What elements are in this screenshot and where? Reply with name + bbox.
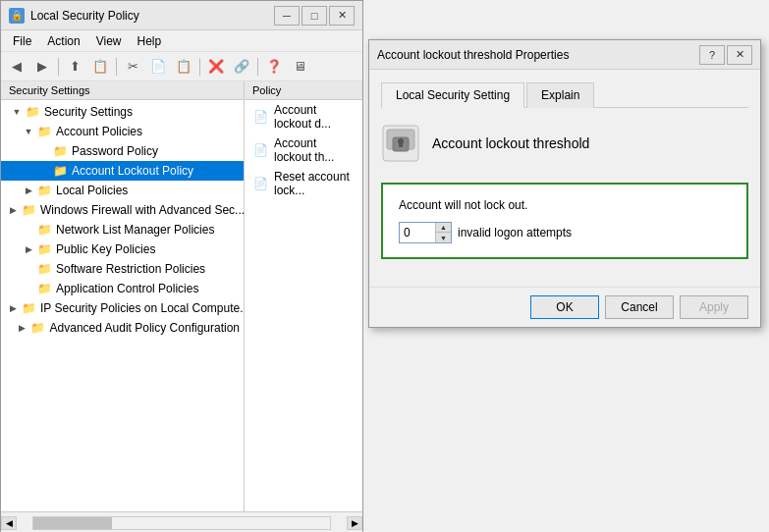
menu-bar: File Action View Help [1, 30, 362, 52]
tree-label-ip-security: IP Security Policies on Local Compute... [40, 301, 244, 315]
apply-button[interactable]: Apply [680, 295, 748, 319]
toolbar-help[interactable]: ❓ [262, 56, 286, 78]
tree-label-advanced-audit: Advanced Audit Policy Configuration [50, 321, 240, 335]
dialog-help-button[interactable]: ? [699, 45, 725, 65]
tree-header: Security Settings [1, 81, 244, 100]
folder-icon-local: 📁 [36, 183, 52, 198]
menu-view[interactable]: View [88, 32, 130, 50]
expand-icon-password [36, 143, 52, 159]
policy-item-reset[interactable]: 📄 Reset account lock... [245, 167, 362, 200]
title-bar-controls: ─ □ ✕ [274, 6, 355, 26]
toolbar-forward[interactable]: ▶ [30, 56, 54, 78]
minimize-button[interactable]: ─ [274, 6, 300, 26]
tree-label-account-policies: Account Policies [56, 125, 142, 138]
tree-item-network-list[interactable]: 📁 Network List Manager Policies [1, 220, 244, 239]
lockout-value-input[interactable] [400, 223, 435, 242]
ok-button[interactable]: OK [530, 295, 599, 319]
main-window: 🔒 Local Security Policy ─ □ ✕ File Actio… [0, 0, 363, 532]
tree-label-public-key: Public Key Policies [56, 242, 155, 256]
tree-label-software-restriction: Software Restriction Policies [56, 262, 205, 276]
folder-icon-account-policies: 📁 [36, 124, 52, 139]
menu-action[interactable]: Action [39, 32, 87, 50]
tree-item-software-restriction[interactable]: 📁 Software Restriction Policies [1, 259, 244, 279]
toolbar-up[interactable]: ⬆ [63, 56, 86, 78]
app-icon: 🔒 [9, 8, 25, 24]
toolbar-delete[interactable]: ❌ [204, 56, 228, 78]
policy-label-reset: Reset account lock... [274, 170, 355, 197]
folder-icon-password: 📁 [52, 143, 68, 159]
maximize-button[interactable]: □ [302, 6, 327, 26]
toolbar-copy[interactable]: 📄 [146, 56, 170, 78]
tree-item-account-policies[interactable]: ▼ 📁 Account Policies [1, 122, 244, 141]
folder-icon-security: 📁 [25, 104, 40, 120]
tree-item-local-policies[interactable]: ▶ 📁 Local Policies [1, 181, 244, 200]
spin-down-button[interactable]: ▼ [435, 233, 451, 242]
dialog-footer: OK Cancel Apply [369, 287, 760, 327]
policy-item-threshold[interactable]: 📄 Account lockout th... [245, 133, 362, 167]
toolbar-sep-4 [257, 58, 258, 76]
tree-content[interactable]: ▼ 📁 Security Settings ▼ 📁 Account Polici… [1, 100, 244, 511]
policy-header-area: Account lockout threshold [381, 120, 748, 167]
tree-item-password-policy[interactable]: 📁 Password Policy [1, 141, 244, 161]
scroll-thumb [33, 517, 112, 529]
scroll-right-button[interactable]: ▶ [347, 516, 362, 530]
expand-icon-firewall: ▶ [5, 202, 21, 218]
toolbar-export[interactable]: 🖥 [288, 56, 311, 78]
spin-control: ▲ ▼ [399, 222, 452, 243]
expand-icon-lockout [36, 163, 52, 179]
tree-label-password-policy: Password Policy [72, 144, 158, 158]
expand-icon-account-policies: ▼ [21, 124, 36, 139]
toolbar-show-hide[interactable]: 📋 [88, 56, 112, 78]
policy-icon-threshold: 📄 [252, 142, 268, 158]
tab-local-security-setting[interactable]: Local Security Setting [381, 82, 524, 108]
expand-icon-network [21, 222, 36, 238]
tree-item-account-lockout-policy[interactable]: 📁 Account Lockout Policy [1, 161, 244, 181]
policy-dialog-title: Account lockout threshold [432, 135, 589, 151]
tree-label-security-settings: Security Settings [44, 105, 133, 119]
tree-item-security-settings[interactable]: ▼ 📁 Security Settings [1, 102, 244, 122]
dialog-close-button[interactable]: ✕ [727, 45, 752, 65]
folder-icon-network: 📁 [36, 222, 52, 238]
dialog-title-bar: Account lockout threshold Properties ? ✕ [369, 40, 760, 70]
policy-content[interactable]: 📄 Account lockout d... 📄 Account lockout… [245, 100, 362, 511]
folder-icon-firewall: 📁 [21, 202, 36, 218]
cancel-button[interactable]: Cancel [605, 295, 674, 319]
tab-explain[interactable]: Explain [526, 82, 594, 108]
toolbar-paste[interactable]: 📋 [172, 56, 195, 78]
dialog-title-text: Account lockout threshold Properties [377, 48, 699, 62]
close-button[interactable]: ✕ [329, 6, 355, 26]
tree-item-application-control[interactable]: 📁 Application Control Policies [1, 279, 244, 298]
dialog-window: Account lockout threshold Properties ? ✕… [368, 39, 761, 328]
menu-file[interactable]: File [5, 32, 39, 50]
toolbar-sep-3 [199, 58, 200, 76]
scroll-left-button[interactable]: ◀ [1, 516, 17, 530]
toolbar: ◀ ▶ ⬆ 📋 ✂ 📄 📋 ❌ 🔗 ❓ 🖥 [1, 52, 362, 81]
menu-help[interactable]: Help [130, 32, 170, 50]
toolbar-properties[interactable]: 🔗 [230, 56, 253, 78]
tree-pane: Security Settings ▼ 📁 Security Settings … [1, 81, 245, 511]
content-area: Security Settings ▼ 📁 Security Settings … [1, 81, 362, 511]
lockout-input-row: ▲ ▼ invalid logon attempts [399, 222, 731, 243]
lockout-settings-box: Account will not lock out. ▲ ▼ invalid l… [381, 183, 748, 259]
horizontal-scrollbar[interactable] [32, 516, 331, 530]
tree-item-windows-firewall[interactable]: ▶ 📁 Windows Firewall with Advanced Sec..… [1, 200, 244, 220]
dialog-tabs: Local Security Setting Explain [381, 81, 748, 108]
tree-item-ip-security[interactable]: ▶ 📁 IP Security Policies on Local Comput… [1, 298, 244, 318]
dialog-body: Local Security Setting Explain Account l… [369, 70, 760, 287]
spin-up-button[interactable]: ▲ [435, 223, 451, 233]
tree-item-advanced-audit[interactable]: ▶ 📁 Advanced Audit Policy Configuration [1, 318, 244, 338]
main-window-title: Local Security Policy [30, 9, 274, 23]
policy-item-duration[interactable]: 📄 Account lockout d... [245, 100, 362, 133]
expand-icon-software [21, 261, 36, 277]
tree-item-public-key[interactable]: ▶ 📁 Public Key Policies [1, 239, 244, 259]
folder-icon-ipsec: 📁 [21, 300, 36, 316]
policy-icon-duration: 📄 [252, 109, 268, 125]
dialog-title-controls: ? ✕ [699, 45, 752, 65]
svg-rect-4 [399, 141, 403, 147]
toolbar-back[interactable]: ◀ [5, 56, 28, 78]
toolbar-cut[interactable]: ✂ [121, 56, 144, 78]
main-title-bar: 🔒 Local Security Policy ─ □ ✕ [1, 1, 362, 30]
tree-label-local-policies: Local Policies [56, 184, 128, 197]
expand-icon-local: ▶ [21, 183, 36, 198]
expand-icon-appcontrol [21, 281, 36, 296]
